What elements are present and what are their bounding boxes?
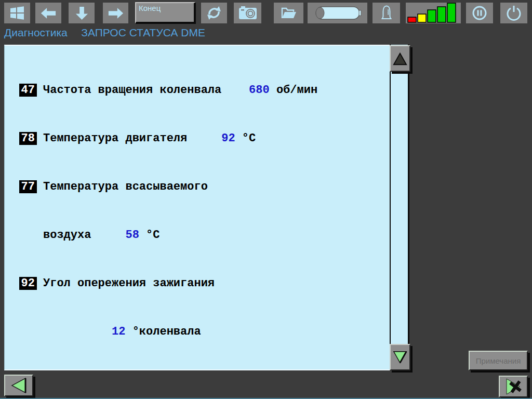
previous-page-button[interactable] [4,375,33,396]
scroll-down-button[interactable] [390,344,410,370]
refresh-icon [206,5,222,21]
reading-label: Температура всасываемого [43,180,208,193]
scroll-up-button[interactable] [390,45,410,72]
reading-value: 680 [249,84,270,97]
triangle-up-icon [392,51,408,66]
diagnostic-readings-panel: 47Частота вращения коленвала 680 об/мин … [4,45,390,370]
camera-icon [238,6,257,20]
power-icon [506,5,522,21]
close-icon [503,377,524,396]
windows-start-button[interactable] [4,3,30,23]
arrow-right-icon [108,6,124,20]
power-button[interactable] [500,3,527,23]
battery-icon [312,5,364,21]
reading-value: 92 [221,132,235,145]
arrow-left-icon [40,6,57,20]
reading-unit: °коленвала [125,325,201,338]
arrow-down-icon [75,6,89,21]
end-command-field[interactable]: Конец [135,2,196,24]
reading-value: 12 [112,325,125,338]
reading-id-badge: 47 [19,84,37,97]
reading-row: 92Угол опережения зажигания [5,275,390,291]
reading-label: Угол опережения зажигания [43,277,215,290]
signal-bars-icon [407,3,459,23]
scrollbar-track[interactable] [390,45,409,370]
back-arrow-button[interactable] [35,3,61,23]
reading-value: 58 [125,229,139,242]
lamp-icon [380,5,393,21]
triangle-left-icon [9,377,29,394]
refresh-button[interactable] [201,3,227,23]
reading-label: Температура двигателя [43,132,221,145]
reading-row: 47Частота вращения коленвала 680 об/мин [5,82,390,98]
reading-label [43,325,112,338]
down-arrow-button[interactable] [69,3,95,23]
page-header: Диагностика ЗАПРОС СТАТУСА DME [4,26,524,39]
screenshot-button[interactable] [234,3,261,23]
reading-row: 77Температура всасываемого [5,179,390,195]
reading-row: 12 °коленвала [5,324,390,340]
pause-icon [471,5,488,21]
reading-label: воздуха [43,229,125,242]
open-file-button[interactable] [274,3,303,23]
reading-row: воздуха 58 °C [5,227,390,243]
reading-unit: °C [235,132,256,145]
notes-button[interactable]: Примечания [469,351,528,370]
triangle-down-icon [392,350,408,365]
log-roll-button[interactable] [308,3,367,23]
folder-open-icon [281,6,297,20]
close-exit-button[interactable] [499,376,528,397]
reading-unit: °C [139,229,160,242]
pause-button[interactable] [466,3,493,23]
reading-id-badge: 77 [19,180,37,193]
windows-logo-icon [9,5,25,21]
breadcrumb-section: Диагностика [4,26,68,38]
reading-id-badge: 92 [19,277,37,290]
reading-label: Частота вращения коленвала [43,84,249,97]
lamp-button[interactable] [373,3,400,23]
page-title: ЗАПРОС СТАТУСА DME [81,26,205,38]
reading-unit: об/мин [270,84,317,97]
reading-id-badge: 78 [19,132,37,145]
reading-row: 78Температура двигателя 92 °C [5,130,390,147]
forward-arrow-button[interactable] [103,3,128,23]
signal-strength-button[interactable] [406,3,461,23]
